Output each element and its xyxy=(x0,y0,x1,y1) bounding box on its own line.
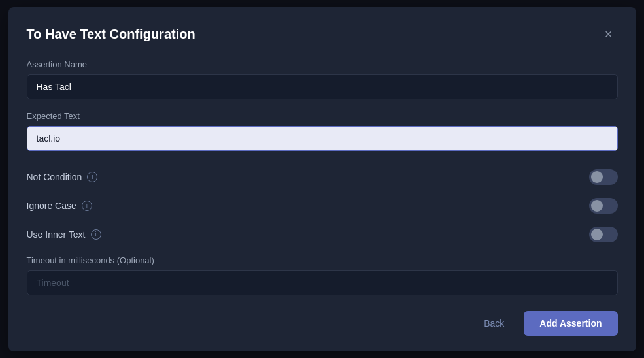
ignore-case-slider xyxy=(589,198,618,214)
ignore-case-label-group: Ignore Case i xyxy=(27,201,92,211)
close-button[interactable]: × xyxy=(600,25,618,44)
not-condition-row: Not Condition i xyxy=(27,163,618,191)
expected-text-group: Expected Text xyxy=(27,111,618,151)
not-condition-label-group: Not Condition i xyxy=(27,172,98,182)
assertion-name-input[interactable] xyxy=(27,74,618,99)
expected-text-input[interactable] xyxy=(27,126,618,151)
modal-title: To Have Text Configuration xyxy=(27,27,195,42)
ignore-case-toggle[interactable] xyxy=(589,198,618,214)
modal-container: To Have Text Configuration × Assertion N… xyxy=(8,7,636,351)
modal-overlay: To Have Text Configuration × Assertion N… xyxy=(0,0,644,358)
expected-text-label: Expected Text xyxy=(27,111,618,121)
not-condition-info-icon[interactable]: i xyxy=(87,172,97,182)
use-inner-text-slider xyxy=(589,227,618,242)
back-button[interactable]: Back xyxy=(473,312,515,335)
timeout-input[interactable] xyxy=(27,270,618,295)
use-inner-text-label: Use Inner Text xyxy=(27,229,86,240)
assertion-name-group: Assertion Name xyxy=(27,59,618,99)
add-assertion-button[interactable]: Add Assertion xyxy=(524,311,617,336)
not-condition-slider xyxy=(589,169,618,185)
ignore-case-row: Ignore Case i xyxy=(27,191,618,220)
assertion-name-label: Assertion Name xyxy=(27,59,618,69)
use-inner-text-toggle[interactable] xyxy=(589,227,618,242)
ignore-case-info-icon[interactable]: i xyxy=(82,201,92,211)
use-inner-text-info-icon[interactable]: i xyxy=(91,229,101,240)
timeout-label: Timeout in milliseconds (Optional) xyxy=(27,255,618,265)
not-condition-toggle[interactable] xyxy=(589,169,618,185)
timeout-group: Timeout in milliseconds (Optional) xyxy=(27,255,618,295)
use-inner-text-label-group: Use Inner Text i xyxy=(27,229,101,240)
modal-header: To Have Text Configuration × xyxy=(27,25,618,44)
modal-footer: Back Add Assertion xyxy=(27,311,618,336)
ignore-case-label: Ignore Case xyxy=(27,201,76,211)
not-condition-label: Not Condition xyxy=(27,172,82,182)
use-inner-text-row: Use Inner Text i xyxy=(27,220,618,249)
